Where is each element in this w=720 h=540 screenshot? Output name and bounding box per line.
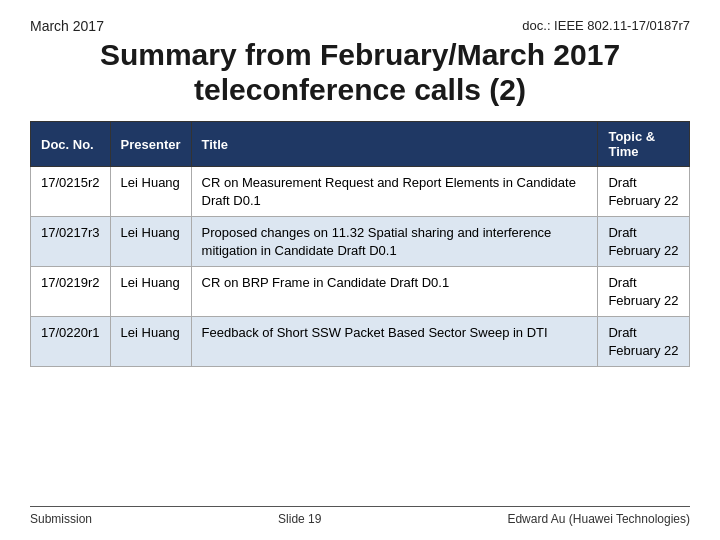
table-row: 17/0220r1Lei HuangFeedback of Short SSW … <box>31 317 690 367</box>
cell-topic-time: Draft February 22 <box>598 217 690 267</box>
footer: Submission Slide 19 Edward Au (Huawei Te… <box>30 506 690 526</box>
page: March 2017 doc.: IEEE 802.11-17/0187r7 S… <box>0 0 720 540</box>
footer-center: Slide 19 <box>278 512 321 526</box>
cell-title: Feedback of Short SSW Packet Based Secto… <box>191 317 598 367</box>
cell-doc-no: 17/0220r1 <box>31 317 111 367</box>
date-label: March 2017 <box>30 18 104 34</box>
summary-table: Doc. No. Presenter Title Topic & Time 17… <box>30 121 690 367</box>
doc-ref: doc.: IEEE 802.11-17/0187r7 <box>522 18 690 33</box>
cell-presenter: Lei Huang <box>110 267 191 317</box>
cell-title: Proposed changes on 11.32 Spatial sharin… <box>191 217 598 267</box>
col-doc-no: Doc. No. <box>31 122 111 167</box>
col-title: Title <box>191 122 598 167</box>
footer-left: Submission <box>30 512 92 526</box>
table-row: 17/0215r2Lei HuangCR on Measurement Requ… <box>31 167 690 217</box>
cell-doc-no: 17/0215r2 <box>31 167 111 217</box>
cell-topic-time: Draft February 22 <box>598 167 690 217</box>
cell-topic-time: Draft February 22 <box>598 317 690 367</box>
cell-doc-no: 17/0219r2 <box>31 267 111 317</box>
cell-topic-time: Draft February 22 <box>598 267 690 317</box>
cell-presenter: Lei Huang <box>110 317 191 367</box>
col-topic-time: Topic & Time <box>598 122 690 167</box>
cell-presenter: Lei Huang <box>110 167 191 217</box>
table-row: 17/0217r3Lei HuangProposed changes on 11… <box>31 217 690 267</box>
footer-right: Edward Au (Huawei Technologies) <box>507 512 690 526</box>
top-bar: March 2017 doc.: IEEE 802.11-17/0187r7 <box>30 18 690 34</box>
table-header-row: Doc. No. Presenter Title Topic & Time <box>31 122 690 167</box>
cell-doc-no: 17/0217r3 <box>31 217 111 267</box>
cell-title: CR on Measurement Request and Report Ele… <box>191 167 598 217</box>
cell-presenter: Lei Huang <box>110 217 191 267</box>
main-title: Summary from February/March 2017 telecon… <box>30 38 690 107</box>
cell-title: CR on BRP Frame in Candidate Draft D0.1 <box>191 267 598 317</box>
table-row: 17/0219r2Lei HuangCR on BRP Frame in Can… <box>31 267 690 317</box>
col-presenter: Presenter <box>110 122 191 167</box>
